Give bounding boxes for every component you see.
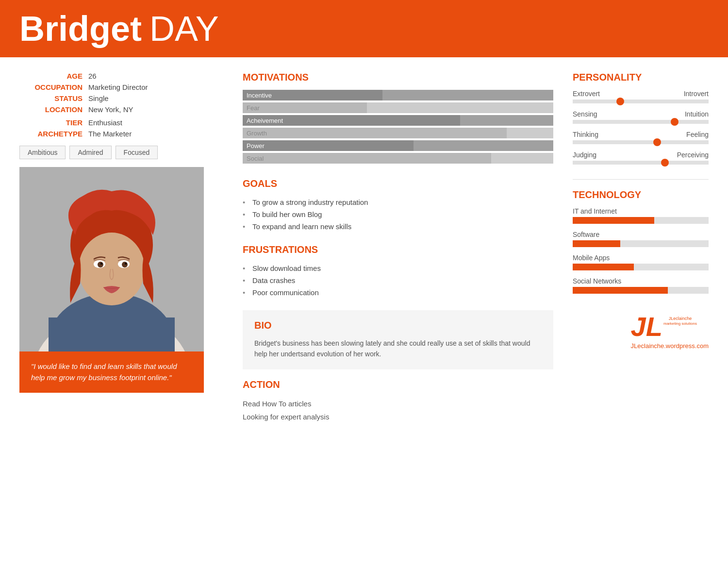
tier-label: TIER [19, 118, 83, 127]
tech-bar-bg [573, 264, 709, 270]
profile-photo-svg [19, 167, 204, 351]
tech-label: Software [573, 231, 709, 238]
tech-label: Social Networks [573, 277, 709, 285]
personality-dot [653, 138, 661, 146]
svg-point-12 [100, 263, 102, 265]
svg-rect-3 [49, 317, 175, 351]
action-title: ACTION [243, 379, 553, 390]
quote-text: "I would like to find and learn skills t… [31, 362, 177, 382]
personality-right: Feeling [686, 131, 709, 138]
logo-url: JLeclainche.wordpress.com [631, 342, 709, 350]
tech-bar-fill [573, 264, 634, 270]
personality-track [573, 140, 709, 144]
frustrations-list: Slow download timesData crashesPoor comm… [243, 262, 553, 299]
goal-item: To build her own Blog [243, 208, 553, 220]
section-divider [573, 179, 709, 180]
personality-left: Extrovert [573, 90, 600, 98]
tech-bars: IT and Internet Software Mobile Apps Soc… [573, 207, 709, 294]
motivation-item: Power [243, 140, 553, 151]
location-row: LOCATION New York, NY [19, 105, 223, 114]
page-header: Bridget DAY [0, 0, 728, 57]
personality-left: Thinking [573, 131, 598, 138]
action-section: ACTION Read How To articlesLooking for e… [243, 369, 553, 433]
bio-title: BIO [254, 320, 542, 331]
tag-item: Ambitious [19, 146, 66, 159]
logo-j: J [631, 313, 646, 340]
location-label: LOCATION [19, 105, 83, 114]
tech-label: Mobile Apps [573, 254, 709, 262]
personality-dot [671, 118, 678, 126]
frustrations-section: FRUSTRATIONS Slow download timesData cra… [243, 244, 553, 299]
quote-box: "I would like to find and learn skills t… [19, 351, 204, 393]
motivation-item: Acheivement [243, 115, 553, 126]
personality-right: Introvert [684, 90, 709, 98]
personality-dot [661, 159, 669, 167]
personality-row: Sensing Intuition [573, 110, 709, 124]
personality-title: PERSONALITY [573, 72, 709, 83]
frustration-item: Slow download times [243, 262, 553, 274]
goals-title: GOALS [243, 178, 553, 189]
logo-initials: J L JLeclainche marketing solutions [631, 313, 709, 340]
personality-row: Judging Perceiving [573, 151, 709, 165]
personality-right: Intuition [685, 110, 709, 118]
motivation-item: Incentive [243, 90, 553, 100]
archetype-label: ARCHETYPE [19, 130, 83, 138]
tier-value: Enthusiast [88, 118, 122, 127]
occupation-label: OCCUPATION [19, 83, 83, 91]
personality-row: Extrovert Introvert [573, 90, 709, 103]
motivations-section: MOTIVATIONS Incentive Fear Acheivement G… [243, 72, 553, 164]
personality-row: Thinking Feeling [573, 131, 709, 144]
frustrations-title: FRUSTRATIONS [243, 244, 553, 255]
motivations-bars: Incentive Fear Acheivement Growth Power [243, 90, 553, 164]
personality-dot [616, 98, 624, 105]
personality-track [573, 161, 709, 165]
motivations-title: MOTIVATIONS [243, 72, 553, 83]
technology-title: TECHNOLOGY [573, 189, 709, 200]
location-value: New York, NY [88, 105, 133, 114]
tech-item: Software [573, 231, 709, 247]
personality-track [573, 100, 709, 103]
personality-track [573, 120, 709, 124]
frustration-item: Data crashes [243, 274, 553, 286]
archetype-row: ARCHETYPE The Marketer [19, 130, 223, 138]
tech-bar-fill [573, 287, 668, 294]
main-content: AGE 26 OCCUPATION Marketing Director STA… [0, 57, 728, 448]
personality-left: Sensing [573, 110, 597, 118]
occupation-value: Marketing Director [88, 83, 148, 91]
logo-l: L [646, 313, 662, 340]
tech-item: Mobile Apps [573, 254, 709, 270]
logo-small-text: JLeclainche [663, 316, 697, 321]
logo-small-sub: marketing solutions [663, 321, 697, 326]
last-name: DAY [149, 9, 219, 49]
personality-rows: Extrovert Introvert Sensing Intuition Th… [573, 90, 709, 165]
svg-point-7 [79, 233, 145, 305]
left-column: AGE 26 OCCUPATION Marketing Director STA… [19, 72, 223, 433]
goal-item: To expand and learn new skills [243, 220, 553, 233]
tech-label: IT and Internet [573, 207, 709, 215]
goals-list: To grow a strong industry reputationTo b… [243, 196, 553, 233]
status-label: STATUS [19, 94, 83, 102]
svg-point-11 [122, 262, 128, 267]
personality-left: Judging [573, 151, 596, 159]
tag-item: Focused [116, 146, 158, 159]
action-lines: Read How To articlesLooking for expert a… [243, 397, 553, 423]
status-value: Single [88, 94, 109, 102]
age-label: AGE [19, 72, 83, 80]
age-row: AGE 26 [19, 72, 223, 80]
motivation-item: Growth [243, 128, 553, 138]
logo-area: J L JLeclainche marketing solutions JLec… [573, 313, 709, 350]
right-column: PERSONALITY Extrovert Introvert Sensing … [573, 72, 709, 433]
bio-section: BIO Bridget's business has been slowing … [243, 310, 553, 369]
tech-bar-bg [573, 217, 709, 224]
tech-bar-fill [573, 217, 654, 224]
action-line: Read How To articles [243, 397, 553, 410]
bio-text: Bridget's business has been slowing late… [254, 338, 542, 360]
tag-item: Admired [69, 146, 111, 159]
goal-item: To grow a strong industry reputation [243, 196, 553, 208]
info-table: AGE 26 OCCUPATION Marketing Director STA… [19, 72, 223, 138]
archetype-value: The Marketer [88, 130, 132, 138]
tags-container: AmbitiousAdmiredFocused [19, 146, 223, 159]
technology-section: TECHNOLOGY IT and Internet Software Mobi… [573, 189, 709, 294]
tier-row: TIER Enthusiast [19, 118, 223, 127]
first-name: Bridget [19, 9, 142, 49]
